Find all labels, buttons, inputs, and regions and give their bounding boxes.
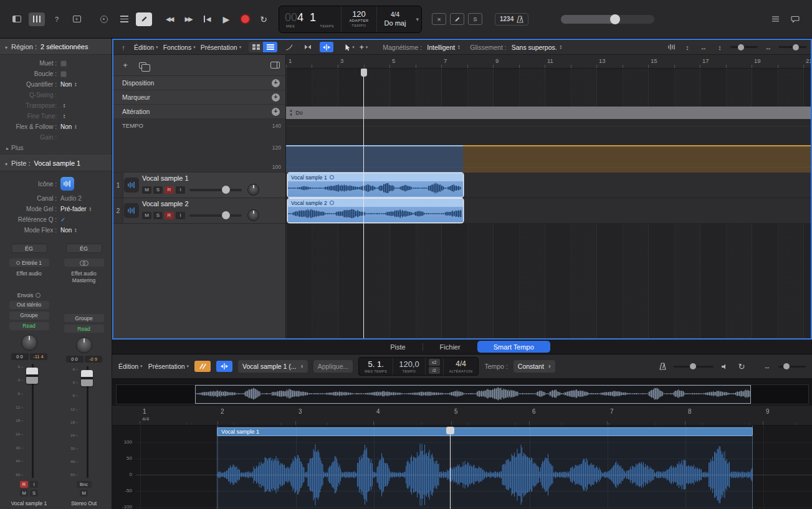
ruler-bar-label[interactable]: 17 bbox=[702, 57, 709, 64]
track-name[interactable]: Vocal sample 2 bbox=[142, 200, 282, 207]
ruler-bar-label[interactable]: 5 bbox=[392, 57, 395, 64]
secondary-tool-menu[interactable]: + bbox=[360, 43, 368, 52]
quick-help-icon[interactable] bbox=[49, 12, 65, 26]
cycle-icon[interactable] bbox=[260, 14, 269, 24]
disclosure-triangle-icon[interactable] bbox=[5, 159, 7, 167]
slider-thumb[interactable] bbox=[222, 186, 230, 194]
pointer-tool-menu[interactable] bbox=[345, 44, 355, 51]
record-icon[interactable] bbox=[241, 15, 249, 23]
file-overview[interactable] bbox=[116, 384, 809, 404]
stereo-format-button[interactable] bbox=[64, 259, 104, 267]
track-icon[interactable] bbox=[123, 173, 140, 197]
track-icon[interactable] bbox=[123, 198, 140, 223]
horizontal-auto-zoom-icon[interactable] bbox=[698, 42, 709, 52]
solo-mode-icon[interactable] bbox=[468, 13, 482, 25]
metronome-level-slider[interactable] bbox=[674, 366, 714, 368]
track-pan-knob[interactable] bbox=[247, 209, 259, 221]
stepper-icon[interactable] bbox=[63, 103, 65, 108]
menu-edition[interactable]: Édition bbox=[118, 363, 143, 370]
output-slot-button[interactable]: Out stéréo bbox=[9, 301, 49, 309]
ruler-bar-label[interactable]: 1 bbox=[289, 57, 292, 64]
eq-button[interactable]: ÉG bbox=[66, 244, 102, 253]
file-selector[interactable]: Vocal sample 1 (... bbox=[238, 360, 308, 373]
editor-region-bar[interactable]: Vocal sample 1 bbox=[217, 427, 753, 436]
mute-button[interactable]: M bbox=[20, 490, 28, 497]
track-mute-button[interactable]: M bbox=[142, 212, 151, 219]
mode-flex-value[interactable]: Non bbox=[60, 227, 72, 234]
slider-thumb[interactable] bbox=[738, 44, 744, 50]
ruler-bar-label[interactable]: 13 bbox=[599, 57, 606, 64]
ruler-bar-label[interactable]: 11 bbox=[547, 57, 553, 64]
add-arrangement-icon[interactable] bbox=[272, 79, 280, 87]
volume-thumb[interactable] bbox=[610, 14, 620, 24]
track-inspector-header[interactable]: Piste : Vocal sample 1 bbox=[0, 155, 112, 171]
catch-playhead-icon[interactable] bbox=[118, 42, 129, 52]
global-track-alteration[interactable]: Altération bbox=[113, 105, 285, 119]
ruler-bar-label[interactable]: 15 bbox=[651, 57, 657, 64]
track-input-button[interactable]: I bbox=[176, 212, 185, 219]
duplicate-track-icon[interactable] bbox=[136, 60, 149, 70]
horizontal-zoom-slider[interactable] bbox=[779, 46, 806, 48]
play-icon[interactable] bbox=[222, 14, 231, 24]
mute-button[interactable]: M bbox=[80, 490, 88, 497]
stepper-icon[interactable] bbox=[63, 114, 65, 118]
level-display[interactable]: -0 9 bbox=[85, 356, 102, 363]
audio-fx-slot[interactable]: Effet audioMastering bbox=[71, 270, 97, 283]
input-slot-button[interactable]: Entrée 1 bbox=[9, 259, 49, 267]
horizontal-zoom-icon[interactable] bbox=[763, 42, 774, 52]
edit-beats-icon[interactable] bbox=[194, 361, 211, 372]
stepper-icon[interactable] bbox=[89, 207, 92, 211]
list-editors-icon[interactable] bbox=[767, 12, 783, 26]
ruler-bar-label[interactable]: 9 bbox=[495, 57, 499, 64]
volume-fader[interactable]: 6 –0 –6 –12 –18 –24 –30 –40 –60 – bbox=[58, 365, 110, 479]
vertical-zoom-icon[interactable] bbox=[714, 42, 725, 52]
count-in-control[interactable]: 1234 bbox=[495, 13, 528, 26]
ruler-bar-label[interactable]: 6 bbox=[532, 408, 536, 415]
audio-fx-slot[interactable]: Effet audio bbox=[16, 270, 42, 277]
slider-thumb[interactable] bbox=[783, 363, 790, 369]
track-name[interactable]: Vocal sample 1 bbox=[142, 174, 282, 182]
pan-knob[interactable] bbox=[21, 335, 37, 351]
track-mute-button[interactable]: M bbox=[142, 186, 151, 194]
group-slot-button[interactable]: Groupe bbox=[9, 312, 49, 320]
level-display[interactable]: -11 4 bbox=[30, 353, 47, 360]
menu-presentation[interactable]: Présentation bbox=[201, 44, 241, 51]
overview-selection[interactable] bbox=[195, 385, 751, 404]
input-monitoring-button[interactable]: I bbox=[30, 481, 38, 488]
track-volume-slider[interactable] bbox=[189, 189, 242, 191]
track-input-button[interactable]: I bbox=[176, 186, 185, 194]
lcd-display[interactable]: 004 1 MES TEMPS 120 ADAPTER TEMPO 4/4 Do… bbox=[279, 6, 422, 33]
audio-region-2[interactable]: Vocal sample 2 bbox=[288, 199, 463, 222]
drag-value[interactable]: Sans superpos. bbox=[512, 44, 562, 51]
apply-button[interactable]: Applique... bbox=[313, 360, 353, 373]
ruler-bar-label[interactable]: 19 bbox=[754, 57, 761, 64]
metronome-icon[interactable] bbox=[657, 361, 668, 372]
pan-display[interactable]: 0 0 bbox=[11, 353, 29, 360]
grid-view-icon[interactable] bbox=[249, 42, 263, 52]
tempo-region-analyzed[interactable] bbox=[286, 145, 463, 173]
track-icon-button[interactable] bbox=[60, 177, 74, 191]
track-solo-button[interactable]: S bbox=[153, 212, 163, 219]
fade-tool-icon[interactable] bbox=[282, 42, 296, 52]
rewind-icon[interactable] bbox=[166, 16, 174, 22]
list-view-icon[interactable] bbox=[263, 42, 277, 52]
editor-zoom-slider[interactable] bbox=[778, 366, 806, 368]
ruler-bar-label[interactable]: 8 bbox=[688, 408, 692, 415]
fader-handle[interactable] bbox=[26, 368, 38, 384]
group-slot-button[interactable]: Groupe bbox=[64, 314, 104, 322]
disclosure-triangle-icon[interactable] bbox=[5, 43, 7, 50]
track-header-1[interactable]: 1 Vocal sample 1 M S R I bbox=[113, 173, 285, 198]
replace-icon[interactable] bbox=[450, 13, 464, 25]
playhead-handle[interactable] bbox=[361, 69, 367, 77]
stepper-icon[interactable] bbox=[74, 125, 77, 129]
waveform-zoom-icon[interactable] bbox=[666, 42, 677, 52]
tab-piste[interactable]: Piste bbox=[374, 341, 421, 353]
stepper-icon[interactable] bbox=[74, 228, 77, 232]
notes-icon[interactable] bbox=[787, 12, 803, 26]
tempo-double-button[interactable]: x2 bbox=[429, 359, 440, 366]
vertical-zoom-slider[interactable] bbox=[730, 46, 758, 48]
lcd-tempo[interactable]: 120 ADAPTER TEMPO bbox=[341, 6, 376, 32]
timeline[interactable]: 13579111315171921 44 Do Vocal sample 1 bbox=[286, 55, 811, 338]
signature-bar[interactable]: 44 Do bbox=[286, 107, 811, 119]
ruler-bar-label[interactable]: 3 bbox=[299, 408, 302, 415]
